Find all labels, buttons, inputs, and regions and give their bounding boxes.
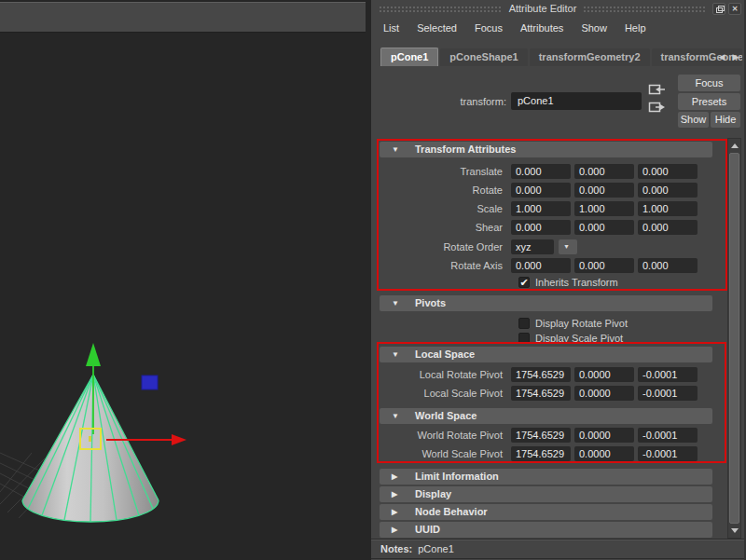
scroll-down-icon[interactable] [728, 525, 740, 537]
world-rotate-pivot-x-field[interactable]: 1754.6529 [511, 428, 571, 443]
tab-scroll-left-icon[interactable] [716, 51, 727, 62]
world-rotate-pivot-z-field[interactable]: -0.0001 [638, 428, 698, 443]
world-scale-pivot-x-field[interactable]: 1754.6529 [511, 446, 571, 461]
section-title: Local Space [415, 348, 475, 360]
section-local-space[interactable]: Local Space [380, 347, 712, 362]
undock-panel-icon[interactable] [712, 3, 725, 15]
section-transform-attributes[interactable]: Transform Attributes [380, 142, 712, 157]
expand-triangle-icon [392, 469, 397, 485]
scale-y-field[interactable]: 1.000 [574, 201, 634, 216]
display-scale-pivot-label: Display Scale Pivot [535, 333, 623, 344]
menu-help[interactable]: Help [625, 22, 646, 34]
rotate-order-value[interactable]: xyz [511, 239, 554, 254]
viewport-panel[interactable] [0, 0, 371, 560]
shear-y-field[interactable]: 0.000 [574, 220, 634, 235]
hide-button[interactable]: Hide [711, 112, 740, 128]
shear-z-field[interactable]: 0.000 [638, 220, 698, 235]
section-world-space[interactable]: World Space [380, 408, 712, 424]
shear-x-field[interactable]: 0.000 [511, 220, 571, 235]
node-tabbar: pCone1 pConeShape1 transformGeometry2 tr… [380, 48, 744, 66]
panel-title: Attribute Editor [507, 3, 579, 14]
titlebar-grip-texture [379, 6, 503, 13]
tab-scroll-right-icon[interactable] [730, 51, 741, 62]
local-rotate-pivot-z-field[interactable]: -0.0001 [638, 367, 698, 382]
menu-attributes[interactable]: Attributes [520, 22, 563, 34]
local-rotate-pivot-x-field[interactable]: 1754.6529 [511, 367, 571, 382]
attribute-editor-titlebar[interactable]: Attribute Editor [371, 0, 744, 17]
menu-list[interactable]: List [383, 22, 399, 34]
rotate-row: Rotate 0.000 0.000 0.000 [371, 182, 701, 198]
local-rotate-pivot-y-field[interactable]: 0.0000 [574, 367, 634, 382]
z-axis-handle[interactable] [142, 376, 158, 389]
rotate-y-field[interactable]: 0.000 [574, 183, 634, 198]
world-scale-pivot-y-field[interactable]: 0.0000 [574, 446, 634, 461]
section-pivots[interactable]: Pivots [380, 295, 712, 311]
shear-row: Shear 0.000 0.000 0.000 [371, 219, 701, 236]
inherits-transform-checkbox[interactable] [518, 277, 530, 288]
notes-divider [371, 539, 744, 540]
rotate-order-dropdown-icon[interactable] [559, 239, 577, 254]
y-axis-arrowhead-icon[interactable] [86, 343, 101, 366]
menu-focus[interactable]: Focus [475, 22, 503, 34]
translate-y-field[interactable]: 0.000 [574, 164, 634, 179]
notes-label: Notes: [380, 543, 412, 554]
display-scale-pivot-row: Display Scale Pivot [518, 330, 623, 347]
rotate-axis-row: Rotate Axis 0.000 0.000 0.000 [371, 257, 701, 274]
expand-triangle-icon [392, 486, 397, 502]
viewport-scene [0, 34, 371, 560]
display-rotate-pivot-checkbox[interactable] [518, 318, 530, 329]
world-rotate-pivot-y-field[interactable]: 0.0000 [574, 428, 634, 443]
display-scale-pivot-checkbox[interactable] [518, 333, 530, 344]
scrollbar-thumb[interactable] [729, 153, 739, 524]
rotate-label: Rotate [371, 184, 511, 196]
rotate-x-field[interactable]: 0.000 [511, 183, 571, 198]
transform-name-field[interactable]: pCone1 [511, 92, 642, 110]
rotate-axis-y-field[interactable]: 0.000 [574, 258, 634, 273]
translate-x-field[interactable]: 0.000 [511, 164, 571, 179]
tab-pcone1[interactable]: pCone1 [380, 48, 438, 66]
menu-show[interactable]: Show [581, 22, 607, 34]
menu-selected[interactable]: Selected [417, 22, 457, 34]
section-node-behavior[interactable]: Node Behavior [380, 504, 712, 520]
local-scale-pivot-y-field[interactable]: 0.0000 [574, 386, 634, 401]
focus-button[interactable]: Focus [678, 75, 740, 91]
scale-z-field[interactable]: 1.000 [638, 201, 698, 216]
menubar: List Selected Focus Attributes Show Help [383, 20, 646, 35]
collapse-triangle-icon [392, 347, 399, 362]
tab-transformgeometry2[interactable]: transformGeometry2 [530, 48, 650, 66]
expand-triangle-icon [392, 522, 397, 538]
rotate-order-label: Rotate Order [371, 241, 511, 253]
section-title: Pivots [415, 297, 446, 308]
world-rotate-pivot-row: World Rotate Pivot 1754.6529 0.0000 -0.0… [371, 427, 701, 444]
display-rotate-pivot-label: Display Rotate Pivot [535, 318, 628, 329]
copy-tab-icon[interactable] [648, 82, 667, 97]
x-axis-arrowhead-icon[interactable] [172, 434, 186, 445]
section-uuid[interactable]: UUID [380, 522, 712, 538]
section-title: World Space [415, 410, 477, 421]
rotate-axis-z-field[interactable]: 0.000 [638, 258, 698, 273]
rotate-axis-x-field[interactable]: 0.000 [511, 258, 571, 273]
transform-field-label: transform: [408, 96, 506, 107]
section-display[interactable]: Display [380, 486, 712, 502]
tab-transformgeometry1[interactable]: transformGeome [652, 48, 742, 66]
presets-button[interactable]: Presets [678, 93, 740, 110]
breakout-tab-icon[interactable] [648, 100, 667, 115]
attribute-scrollbar[interactable] [727, 138, 741, 539]
local-scale-pivot-z-field[interactable]: -0.0001 [638, 386, 698, 401]
show-button[interactable]: Show [678, 112, 709, 128]
scroll-up-icon[interactable] [728, 140, 740, 152]
notes-value[interactable]: pCone1 [418, 543, 454, 554]
inherits-transform-label: Inherits Transform [535, 277, 618, 288]
section-title: Display [415, 488, 451, 499]
scale-x-field[interactable]: 1.000 [511, 201, 571, 216]
world-scale-pivot-z-field[interactable]: -0.0001 [638, 446, 698, 461]
tab-pconeshape1[interactable]: pConeShape1 [440, 48, 527, 66]
rotate-z-field[interactable]: 0.000 [638, 183, 698, 198]
local-scale-pivot-x-field[interactable]: 1754.6529 [511, 386, 571, 401]
world-scale-pivot-label: World Scale Pivot [371, 448, 511, 459]
translate-z-field[interactable]: 0.000 [638, 164, 698, 179]
maya-window: Attribute Editor List Selected Focus Att… [0, 0, 746, 560]
section-limit-information[interactable]: Limit Information [380, 469, 712, 485]
close-panel-icon[interactable] [728, 3, 741, 15]
section-title: UUID [415, 524, 440, 535]
